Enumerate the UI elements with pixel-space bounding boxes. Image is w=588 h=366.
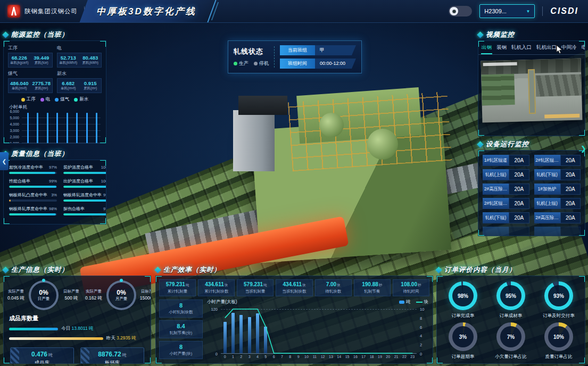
equipment-value: 20A xyxy=(560,184,581,195)
efficiency-stat: 108.00秒待轧时间 xyxy=(393,279,429,296)
corner-bracket-tl xyxy=(478,150,484,156)
equipment-value: 20A xyxy=(509,212,529,223)
y-tick: 2,000 xyxy=(10,135,19,139)
dashed-divider xyxy=(274,46,275,68)
quality-label: 钢板终轧厚度命中率 xyxy=(9,206,47,212)
bar-煤气 xyxy=(86,113,88,144)
equipment-row-partial xyxy=(483,227,529,236)
energy-metric-value: 486.040 xyxy=(9,80,30,86)
equipment-row: 2#高压除…20A xyxy=(534,212,581,223)
corner-bracket-bl xyxy=(3,137,10,144)
donut-value: 95% xyxy=(500,285,521,306)
hour-x-tick: 18 xyxy=(368,355,376,361)
donut-ring: 3% xyxy=(449,322,477,351)
efficiency-side-stat: 8小时轧制块数 xyxy=(159,300,203,318)
gauge-left-value: 0.045 吨 xyxy=(5,295,27,302)
donut-label: 质量订单占比 xyxy=(545,354,573,360)
ribbon-value: 00:00-12:00 xyxy=(315,59,356,69)
chart-legend-label: 块 xyxy=(424,299,429,305)
energy-group-values: 6.682单耗(m³/t)0.915累耗(m³) xyxy=(57,78,102,93)
energy-legend: 工序电煤气新水 xyxy=(4,94,106,104)
corner-bracket-tl xyxy=(3,40,10,47)
bar-煤气 xyxy=(37,113,38,144)
equipment-row: 1#加热炉20A xyxy=(534,184,581,195)
efficiency-stat-value: 7.00块 xyxy=(316,281,351,288)
production-panel-title: 生产信息（实时） xyxy=(3,265,151,274)
panel-diamond-icon xyxy=(2,31,9,38)
donut-value: 7% xyxy=(500,326,521,347)
equipment-row: 轧机(上辊)20A xyxy=(483,169,529,180)
cctv-video-thumbnail[interactable] xyxy=(481,59,583,123)
quality-label: 钢板终轧凸度命中率 xyxy=(9,192,47,198)
page-title: 中厚板3D数字化产线 xyxy=(96,5,196,18)
corner-bracket-bl xyxy=(478,130,484,136)
hour-x-tick: 16 xyxy=(351,355,359,361)
corner-bracket-br xyxy=(579,230,585,236)
production-panel: 生产信息（实时） 实际产量0.045 吨0%日产量目标产量500 吨实际产量0.… xyxy=(3,265,151,364)
efficiency-stat-value: 434.611块 xyxy=(199,281,234,288)
side-stat-value: 8.4 xyxy=(161,323,201,329)
chart-legend-label: 吨 xyxy=(406,299,411,305)
order-donut-cell: 95%订单成材率 xyxy=(488,281,534,319)
equipment-value: 20A xyxy=(509,155,529,166)
ribbon-value: 甲 xyxy=(315,45,356,55)
efficiency-stat-value: 190.88秒 xyxy=(355,281,390,288)
equipment-row-partial xyxy=(534,227,581,236)
efficiency-side-stat: 8小时产量(块) xyxy=(159,341,203,359)
y-tick: 6,000 xyxy=(10,110,19,113)
equipment-value xyxy=(509,227,529,236)
orders-panel-title: 订单评价内容（当月） xyxy=(436,265,585,274)
equipment-row: 2#轧区辊…20A xyxy=(483,198,529,209)
legend-item: 工序 xyxy=(21,96,36,103)
video-tab-轧机出口[interactable]: 轧机出口 xyxy=(536,41,557,54)
status-legend-item[interactable]: 停机 xyxy=(254,60,269,67)
warehouse-box-板坯库: 8876.72吨板坯库 xyxy=(80,347,144,364)
quality-bar-track xyxy=(63,186,106,188)
quality-label: 出炉温度合格率 xyxy=(63,178,93,184)
status-legend-item[interactable]: 生产 xyxy=(234,60,249,67)
video-tab-轧机入口[interactable]: 轧机入口 xyxy=(511,41,532,54)
y-tick: 4,000 xyxy=(10,122,19,126)
quality-value: 99% xyxy=(103,193,106,197)
energy-panel-title: 能源监控（当班） xyxy=(3,30,106,39)
quality-bar-fill xyxy=(63,199,106,202)
side-stat-label: 小时产量(块) xyxy=(161,351,201,356)
gauge-dot-icon xyxy=(42,279,45,282)
efficiency-stat: 579.231吨累计轧制量 xyxy=(159,279,196,296)
line-status-title: 轧线状态 xyxy=(234,47,269,56)
quality-bar-track xyxy=(9,172,57,174)
energy-metric: 80.483累耗(kWh) xyxy=(80,55,101,65)
warehouse-value: 8876.72吨 xyxy=(81,351,144,358)
hour-x-tick: 6 xyxy=(270,355,278,361)
right-y-tick: 8 xyxy=(420,315,422,320)
status-ribbon: 当前班组甲 xyxy=(280,45,356,55)
efficiency-panel-title: 生产效率（实时） xyxy=(155,265,433,274)
energy-bar-group xyxy=(22,112,32,144)
right-collapse-chevron[interactable]: ❯ xyxy=(581,145,586,153)
energy-metric-value: 68.226 xyxy=(9,55,30,61)
equipment-label: 1#加热炉 xyxy=(534,184,560,195)
energy-group-values: 68.226单耗(kgce/t)39.449累耗(tce) xyxy=(8,53,53,68)
energy-group: 电52.713单耗(kWh/t)80.483累耗(kWh) xyxy=(57,45,102,68)
side-stat-label: 轧制节奏(分) xyxy=(161,330,201,336)
efficiency-stat-label: 累计轧制量 xyxy=(160,289,195,294)
mouse-cursor xyxy=(556,45,564,54)
corner-bracket-tl xyxy=(436,276,443,282)
plan-select-value: H2309... xyxy=(484,8,507,14)
hour-x-tick: 5 xyxy=(262,355,270,361)
hour-x-tick: 2 xyxy=(237,355,245,361)
production-gauge-group: 实际产量0.045 吨0%日产量目标产量500 吨 xyxy=(5,280,82,310)
stock-bar-label: 今日 13.8011 吨 xyxy=(61,326,93,332)
left-collapse-tab[interactable]: ❮ xyxy=(0,152,9,170)
status-dot-icon xyxy=(234,62,237,65)
plan-select-dropdown[interactable]: H2309... ▼ xyxy=(479,4,535,18)
orders-panel: 订单评价内容（当月） 98%订单完成率95%订单成材率93%订单及时交付率3%订… xyxy=(436,265,585,364)
energy-metric-unit: 单耗(kWh/t) xyxy=(58,61,79,65)
visibility-toggle[interactable] xyxy=(449,6,472,16)
legend-dot-icon xyxy=(40,98,44,102)
video-tab-装钢[interactable]: 装钢 xyxy=(496,41,507,54)
equipment-value: 20A xyxy=(560,169,581,180)
status-ribbon: 班组时间00:00-12:00 xyxy=(280,59,356,69)
panel-diamond-icon xyxy=(477,31,484,38)
header-divider xyxy=(542,6,543,16)
